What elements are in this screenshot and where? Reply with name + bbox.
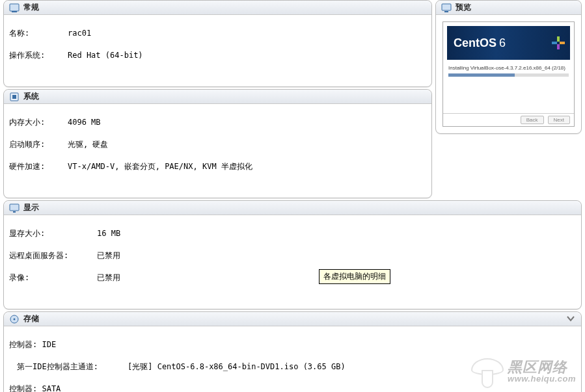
centos-brand: CentOS <box>454 36 497 50</box>
val-rdp: 已禁用 <box>97 250 120 261</box>
header-display[interactable]: 显示 <box>4 201 581 215</box>
progress-bar <box>448 73 569 77</box>
lbl-boot: 启动顺序: <box>9 139 68 150</box>
install-text: Installing VirtualBox-ose-4.3.7.2.e16.x8… <box>443 64 574 72</box>
lbl-mem: 内存大小: <box>9 117 68 128</box>
panel-preview: 预览 CentOS6 Installing VirtualBox-ose-4.3… <box>435 0 582 134</box>
general-icon <box>9 3 20 13</box>
btn-back: Back <box>521 116 544 124</box>
header-storage-title: 存储 <box>23 313 39 324</box>
centos-logo-icon <box>552 36 565 49</box>
header-display-title: 显示 <box>23 202 39 213</box>
centos-banner: CentOS6 <box>447 26 570 60</box>
svg-rect-3 <box>12 95 16 99</box>
tooltip: 各虚拟电脑的明细 <box>319 269 390 284</box>
svg-rect-8 <box>557 44 560 49</box>
body-display: 显存大小:16 MB 远程桌面服务器:已禁用 录像:已禁用 <box>4 215 581 309</box>
svg-rect-5 <box>444 11 448 12</box>
btn-next: Next <box>548 116 570 124</box>
val-rec: 已禁用 <box>97 272 120 283</box>
svg-rect-9 <box>552 42 557 44</box>
lbl-rdp: 远程桌面服务器: <box>9 250 97 261</box>
val-mem: 4096 MB <box>68 117 101 128</box>
body-storage: 控制器: IDE 第一IDE控制器主通道:[光驱] CentOS-6.8-x86… <box>4 326 581 392</box>
storage-icon <box>9 314 20 324</box>
lbl-os: 操作系统: <box>9 50 68 61</box>
lbl-ide-ch: 第一IDE控制器主通道: <box>9 361 128 372</box>
lbl-ctl-sata: 控制器: SATA <box>9 384 576 392</box>
preview-statusbar: Back Next <box>443 113 574 126</box>
panel-storage: 存储 控制器: IDE 第一IDE控制器主通道:[光驱] CentOS-6.8-… <box>3 311 582 392</box>
body-system: 内存大小:4096 MB 启动顺序:光驱, 硬盘 硬件加速:VT-x/AMD-V… <box>4 104 431 198</box>
svg-rect-11 <box>13 211 16 213</box>
panel-system: 系统 内存大小:4096 MB 启动顺序:光驱, 硬盘 硬件加速:VT-x/AM… <box>3 89 432 198</box>
svg-rect-7 <box>560 42 565 44</box>
panel-display: 显示 显存大小:16 MB 远程桌面服务器:已禁用 录像:已禁用 <box>3 200 582 309</box>
centos-version: 6 <box>499 36 506 50</box>
lbl-name: 名称: <box>9 28 68 39</box>
header-system-title: 系统 <box>23 91 39 102</box>
lbl-rec: 录像: <box>9 272 97 283</box>
display-icon <box>9 203 20 213</box>
lbl-ctl-ide: 控制器: IDE <box>9 339 576 350</box>
val-accel: VT-x/AMD-V, 嵌套分页, PAE/NX, KVM 半虚拟化 <box>68 161 252 172</box>
svg-rect-4 <box>442 4 451 10</box>
svg-rect-10 <box>10 204 19 211</box>
header-system[interactable]: 系统 <box>4 90 431 104</box>
header-general[interactable]: 常规 <box>4 1 431 15</box>
lbl-vmem: 显存大小: <box>9 228 97 239</box>
chevron-down-icon[interactable] <box>565 314 576 323</box>
header-preview-title: 预览 <box>456 2 471 13</box>
header-storage[interactable]: 存储 <box>4 312 581 326</box>
panel-general: 常规 名称:rac01 操作系统:Red Hat (64-bit) <box>3 0 432 87</box>
svg-rect-0 <box>10 4 19 11</box>
val-ide-ch: [光驱] CentOS-6.8-x86_64-bin-DVD1.iso (3.6… <box>128 361 346 372</box>
body-general: 名称:rac01 操作系统:Red Hat (64-bit) <box>4 15 431 86</box>
header-general-title: 常规 <box>23 2 39 13</box>
preview-thumbnail[interactable]: CentOS6 Installing VirtualBox-ose-4.3.7.… <box>442 21 575 127</box>
svg-rect-6 <box>557 36 560 42</box>
svg-point-13 <box>14 318 16 320</box>
system-icon <box>9 92 20 102</box>
val-boot: 光驱, 硬盘 <box>68 139 108 150</box>
val-name: rac01 <box>68 28 91 39</box>
val-vmem: 16 MB <box>97 228 120 239</box>
svg-rect-1 <box>12 11 17 12</box>
val-os: Red Hat (64-bit) <box>68 50 143 61</box>
monitor-icon <box>441 3 452 13</box>
header-preview[interactable]: 预览 <box>436 1 581 15</box>
lbl-accel: 硬件加速: <box>9 161 68 172</box>
